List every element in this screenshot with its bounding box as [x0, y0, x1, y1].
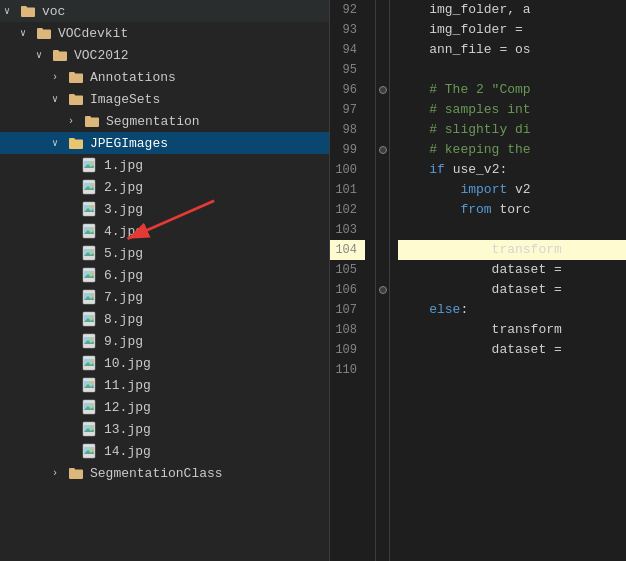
code-token: [398, 162, 429, 177]
tree-item-7jpg[interactable]: 7.jpg: [0, 286, 329, 308]
tree-label-segmentation: Segmentation: [106, 114, 200, 129]
code-token: dataset =: [398, 342, 562, 357]
folder-arrow: ›: [52, 468, 66, 479]
code-token: # keeping the: [398, 142, 531, 157]
file-icon: [82, 355, 100, 371]
line-number-101: 101: [330, 180, 365, 200]
svg-point-19: [91, 250, 94, 253]
gutter-line-100: [376, 160, 389, 180]
folder-arrow: ›: [52, 72, 66, 83]
tree-label-3jpg: 3.jpg: [104, 202, 143, 217]
gutter-line-97: [376, 100, 389, 120]
file-tree: ∨ voc∨ VOCdevkit∨ VOC2012› Annotations∨ …: [0, 0, 330, 561]
tree-item-11jpg[interactable]: 11.jpg: [0, 374, 329, 396]
line-number-104: 104: [330, 240, 365, 260]
line-number-99: 99: [330, 140, 365, 160]
tree-item-voc[interactable]: ∨ voc: [0, 0, 329, 22]
tree-label-segmentationclass: SegmentationClass: [90, 466, 223, 481]
tree-item-1jpg[interactable]: 1.jpg: [0, 154, 329, 176]
line-number-96: 96: [330, 80, 365, 100]
code-token: transform: [398, 242, 562, 257]
code-token: dataset =: [398, 282, 562, 297]
folder-arrow: ›: [68, 116, 82, 127]
tree-item-vocdevkit[interactable]: ∨ VOCdevkit: [0, 22, 329, 44]
tree-item-3jpg[interactable]: 3.jpg: [0, 198, 329, 220]
code-line-102: from torc: [398, 200, 626, 220]
tree-label-13jpg: 13.jpg: [104, 422, 151, 437]
line-number-109: 109: [330, 340, 365, 360]
tree-item-14jpg[interactable]: 14.jpg: [0, 440, 329, 462]
code-token: import: [460, 182, 507, 197]
line-number-108: 108: [330, 320, 365, 340]
gutter-line-102: [376, 200, 389, 220]
code-line-109: dataset =: [398, 340, 626, 360]
tree-item-4jpg[interactable]: 4.jpg: [0, 220, 329, 242]
code-token: if: [429, 162, 445, 177]
tree-item-annotations[interactable]: › Annotations: [0, 66, 329, 88]
line-number-93: 93: [330, 20, 365, 40]
line-number-97: 97: [330, 100, 365, 120]
line-numbers: 9293949596979899100101102103104105106107…: [330, 0, 376, 561]
folder-arrow: ∨: [36, 49, 50, 61]
file-icon: [82, 267, 100, 283]
svg-point-11: [91, 206, 94, 209]
gutter-line-101: [376, 180, 389, 200]
tree-item-5jpg[interactable]: 5.jpg: [0, 242, 329, 264]
folder-icon: [68, 136, 86, 150]
file-icon: [82, 311, 100, 327]
file-icon: [82, 179, 100, 195]
line-number-107: 107: [330, 300, 365, 320]
code-token: from: [460, 202, 491, 217]
svg-point-35: [91, 338, 94, 341]
code-line-96: # The 2 "Comp: [398, 80, 626, 100]
svg-point-55: [91, 448, 94, 451]
file-icon: [82, 289, 100, 305]
folder-icon: [20, 4, 38, 18]
svg-point-39: [91, 360, 94, 363]
file-icon: [82, 157, 100, 173]
tree-item-imagesets[interactable]: ∨ ImageSets: [0, 88, 329, 110]
code-token: :: [460, 302, 468, 317]
tree-label-4jpg: 4.jpg: [104, 224, 143, 239]
code-token: else: [429, 302, 460, 317]
gutter-line-94: [376, 40, 389, 60]
tree-label-vocdevkit: VOCdevkit: [58, 26, 128, 41]
tree-item-segmentationclass[interactable]: › SegmentationClass: [0, 462, 329, 484]
svg-point-51: [91, 426, 94, 429]
gutter-line-107: [376, 300, 389, 320]
folder-arrow: ∨: [4, 5, 18, 17]
tree-item-6jpg[interactable]: 6.jpg: [0, 264, 329, 286]
folder-arrow: ∨: [52, 93, 66, 105]
gutter-line-104: [376, 240, 389, 260]
tree-item-8jpg[interactable]: 8.jpg: [0, 308, 329, 330]
tree-item-2jpg[interactable]: 2.jpg: [0, 176, 329, 198]
tree-label-9jpg: 9.jpg: [104, 334, 143, 349]
code-line-103: [398, 220, 626, 240]
tree-item-10jpg[interactable]: 10.jpg: [0, 352, 329, 374]
svg-point-23: [91, 272, 94, 275]
gutter-line-98: [376, 120, 389, 140]
tree-item-voc2012[interactable]: ∨ VOC2012: [0, 44, 329, 66]
tree-item-13jpg[interactable]: 13.jpg: [0, 418, 329, 440]
code-token: [398, 182, 460, 197]
file-icon: [82, 245, 100, 261]
tree-label-14jpg: 14.jpg: [104, 444, 151, 459]
tree-item-jpegimages[interactable]: ∨ JPEGImages: [0, 132, 329, 154]
code-token: # samples int: [398, 102, 531, 117]
gutter-line-92: [376, 0, 389, 20]
tree-item-9jpg[interactable]: 9.jpg: [0, 330, 329, 352]
tree-item-segmentation[interactable]: › Segmentation: [0, 110, 329, 132]
tree-label-12jpg: 12.jpg: [104, 400, 151, 415]
tree-item-12jpg[interactable]: 12.jpg: [0, 396, 329, 418]
file-icon: [82, 399, 100, 415]
code-line-104: transform: [398, 240, 626, 260]
tree-label-7jpg: 7.jpg: [104, 290, 143, 305]
tree-label-11jpg: 11.jpg: [104, 378, 151, 393]
svg-point-7: [91, 184, 94, 187]
folder-icon: [84, 114, 102, 128]
gutter-dot: [379, 286, 387, 294]
gutter-line-110: [376, 360, 389, 380]
svg-point-27: [91, 294, 94, 297]
tree-label-voc2012: VOC2012: [74, 48, 129, 63]
tree-label-10jpg: 10.jpg: [104, 356, 151, 371]
